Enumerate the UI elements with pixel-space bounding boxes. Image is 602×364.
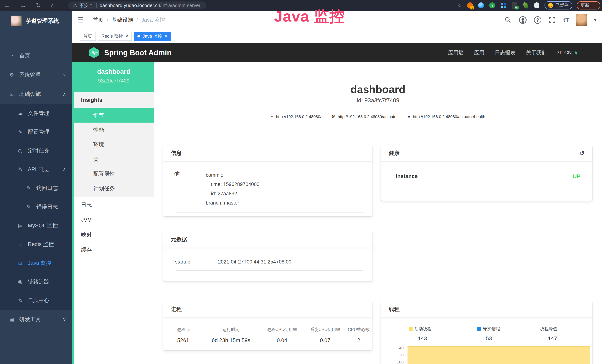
- sba-item-mappings[interactable]: 映射: [74, 227, 154, 242]
- browser-forward-icon[interactable]: →: [20, 2, 26, 9]
- address-bar[interactable]: ⚠ 不安全 dashboard.yudao.iocoder.cn/infra/a…: [68, 1, 206, 9]
- fullscreen-icon[interactable]: [548, 16, 556, 24]
- extension-on-badge-icon[interactable]: on: [511, 2, 518, 9]
- metadata-startup-value: 2021-04-27T00:44:31.254+08:00: [218, 259, 291, 265]
- browser-home-icon[interactable]: ⌂: [51, 2, 54, 9]
- instance-id-line: Id: 93a3fc7f7409: [154, 97, 602, 104]
- url-host: dashboard.yudao.iocoder.cn: [100, 3, 160, 8]
- sba-item-metrics[interactable]: 性能: [74, 123, 154, 137]
- sidebar-item-log-center[interactable]: ✎ 日志中心: [0, 291, 72, 310]
- y-axis-top-tick: [407, 345, 412, 345]
- sidebar-item-api-logs[interactable]: ✎ API 日志 ∧: [0, 160, 72, 179]
- sba-item-scheduled[interactable]: 计划任务: [74, 181, 154, 196]
- chevron-down-icon: ∨: [63, 72, 66, 77]
- ytick-mark: [404, 355, 407, 355]
- sba-nav: 应用墙 应用 日志报表 关于我们 zh-CN ∨: [448, 43, 578, 62]
- sba-item-classes[interactable]: 类: [74, 152, 154, 167]
- actuator-url-button[interactable]: ⚒ http://192.168.0.2:48080/actuator: [326, 112, 403, 122]
- sba-nav-wallboard[interactable]: 应用墙: [448, 49, 464, 56]
- health-url-button[interactable]: ♥ http://192.168.0.2:48080/actuator/heal…: [403, 112, 490, 122]
- browser-reload-icon[interactable]: ↻: [36, 2, 41, 9]
- sidebar-item-access-logs[interactable]: ✎ 访问日志: [0, 179, 72, 197]
- bookmark-star-icon[interactable]: ☆: [457, 2, 462, 9]
- github-icon[interactable]: [519, 16, 527, 24]
- sidebar-item-scheduled-tasks[interactable]: ◷ 定时任务: [0, 141, 72, 160]
- row-divider: [176, 270, 363, 271]
- daemon-threads-value: 53: [486, 335, 492, 342]
- sba-item-logging[interactable]: 日志: [74, 197, 154, 212]
- log-icon: ✎: [26, 204, 32, 210]
- extension-leaf-icon[interactable]: [522, 2, 529, 9]
- sba-nav-applications[interactable]: 应用: [474, 49, 484, 56]
- sba-language-select[interactable]: zh-CN ∨: [557, 50, 578, 56]
- browser-menu-dots-icon[interactable]: ⋮: [592, 3, 596, 8]
- extension-pin-icon[interactable]: [478, 2, 484, 9]
- sidebar-item-file-mgmt[interactable]: ☁ 文件管理: [0, 104, 72, 123]
- sba-item-details[interactable]: 细节: [74, 108, 154, 123]
- search-icon[interactable]: [504, 16, 512, 24]
- git-commit-line: commit:: [206, 171, 259, 180]
- metadata-card-title: 元数据: [171, 236, 187, 243]
- legend-daemon-threads: 守护进程: [477, 326, 500, 332]
- profile-paused-chip[interactable]: 已暂停: [545, 1, 572, 10]
- sidebar-item-redis-monitor[interactable]: ≣ Redis 监控: [0, 235, 72, 254]
- legend-peak-threads: 线程峰值: [540, 326, 557, 332]
- font-size-icon[interactable]: tT: [563, 17, 569, 23]
- sidebar-item-label: Java 监控: [28, 259, 51, 267]
- sidebar-item-home[interactable]: ◔ 首页: [0, 46, 72, 65]
- sidebar-item-dev-tools[interactable]: ▣ 研发工具 ∨: [0, 310, 72, 329]
- sidebar-item-label: 研发工具: [19, 316, 41, 323]
- sba-item-environment[interactable]: 环境: [74, 137, 154, 152]
- sba-nav-about[interactable]: 关于我们: [526, 49, 547, 56]
- extension-ubuntu-icon[interactable]: 1: [467, 2, 473, 9]
- extension-y-icon[interactable]: y: [489, 2, 495, 9]
- update-chrome-button[interactable]: 更新 ⋮: [577, 1, 600, 10]
- col-uptime: 运行时间: [203, 327, 259, 332]
- service-url-button[interactable]: ⌂ http://192.168.0.2:48080/: [266, 112, 326, 122]
- toolbox-icon: ▣: [9, 317, 15, 322]
- sba-item-caches[interactable]: 缓存: [74, 242, 154, 257]
- sidebar-item-infrastructure[interactable]: ⊡ 基础设施 ∧: [0, 85, 72, 104]
- close-icon[interactable]: ×: [126, 33, 128, 39]
- sba-item-jvm[interactable]: JVM: [74, 212, 154, 227]
- tag-label: Java 监控: [143, 33, 162, 39]
- sba-instance-id: 93a3fc7f7409: [74, 78, 154, 84]
- sba-brand[interactable]: Spring Boot Admin: [88, 43, 172, 62]
- tag-home[interactable]: 首页: [80, 32, 96, 41]
- sidebar-item-config-mgmt[interactable]: ✎ 配置管理: [0, 123, 72, 141]
- breadcrumb-home[interactable]: 首页: [93, 16, 103, 24]
- extensions-puzzle-icon[interactable]: [533, 2, 540, 9]
- live-threads-value: 143: [418, 335, 427, 342]
- extension-grid-icon[interactable]: [500, 2, 507, 9]
- git-time-line: time: 1596289704000: [206, 180, 259, 189]
- process-table-header: 进程ID 运行时间 进程CPU使用率 系统CPU使用率 CPU核心数: [163, 327, 373, 332]
- sba-instance-name: dashboard: [74, 68, 154, 75]
- edit-icon: ✎: [17, 129, 23, 135]
- browser-back-icon[interactable]: ←: [4, 2, 10, 9]
- hamburger-icon[interactable]: ☰: [77, 16, 84, 24]
- sidebar-item-tracing[interactable]: ◉ 链路追踪: [0, 272, 72, 291]
- close-icon[interactable]: ×: [165, 33, 167, 39]
- tag-redis-monitor[interactable]: Redis 监控 ×: [98, 32, 132, 41]
- sidebar-item-system-mgmt[interactable]: ⚙ 系统管理 ∨: [0, 65, 72, 85]
- sidebar-item-error-logs[interactable]: ✎ 错误日志: [0, 197, 72, 216]
- not-secure-label: 不安全: [79, 2, 93, 9]
- sba-nav-journal[interactable]: 日志报表: [495, 49, 516, 56]
- avatar-caret-icon[interactable]: ▾: [594, 17, 596, 23]
- tag-java-monitor[interactable]: Java 监控 ×: [134, 32, 171, 41]
- sidebar-item-java-monitor[interactable]: ⊡ Java 监控: [0, 254, 72, 272]
- history-icon[interactable]: ↺: [579, 150, 585, 157]
- ytick-100: 100: [392, 360, 404, 364]
- sidebar-item-label: 日志中心: [28, 297, 49, 304]
- breadcrumb-infrastructure[interactable]: 基础设施: [112, 16, 133, 24]
- help-icon[interactable]: ?: [534, 16, 541, 24]
- sba-item-config-props[interactable]: 配置属性: [74, 167, 154, 181]
- app-logo-row[interactable]: 芋道管理系统: [0, 11, 72, 31]
- sba-language-value: zh-CN: [557, 50, 572, 56]
- chevron-down-icon: ∨: [574, 50, 578, 56]
- yellow-swatch-icon: [409, 327, 412, 331]
- threads-card: 线程 活动线程 守护进程 线程峰值 143 53 147 140 120 100: [381, 301, 592, 364]
- user-avatar[interactable]: [576, 14, 587, 26]
- sidebar-item-mysql-monitor[interactable]: ▤ MySQL 监控: [0, 216, 72, 235]
- health-card-title: 健康: [389, 150, 399, 157]
